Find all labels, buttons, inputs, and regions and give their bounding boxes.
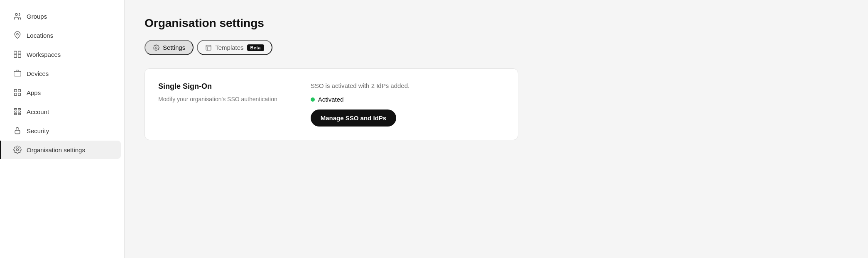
locations-icon	[13, 31, 22, 39]
sidebar-item-groups-label: Groups	[27, 13, 47, 20]
sso-card-left: Single Sign-On Modify your organisation'…	[158, 82, 277, 127]
svg-rect-2	[14, 71, 21, 76]
svg-rect-10	[18, 109, 21, 110]
svg-rect-3	[15, 90, 17, 92]
svg-point-0	[15, 13, 17, 15]
groups-icon	[13, 12, 22, 20]
sidebar-item-organisation-settings[interactable]: Organisation settings	[0, 141, 121, 159]
sidebar-item-devices-label: Devices	[27, 70, 49, 77]
tab-templates[interactable]: Templates Beta	[197, 40, 272, 55]
sso-card-title: Single Sign-On	[158, 82, 277, 91]
activated-label: Activated	[318, 96, 344, 103]
sidebar-item-security-label: Security	[27, 127, 49, 134]
svg-rect-4	[18, 90, 21, 92]
sidebar-item-organisation-settings-label: Organisation settings	[27, 146, 85, 153]
sso-status-text: SSO is activated with 2 IdPs added.	[311, 82, 409, 89]
sidebar-item-workspaces[interactable]: Workspaces	[3, 45, 121, 63]
svg-rect-7	[15, 109, 17, 110]
sidebar-item-devices[interactable]: Devices	[3, 64, 121, 83]
sidebar-item-account-label: Account	[27, 108, 49, 115]
svg-rect-8	[15, 111, 17, 112]
sidebar: Groups Locations Workspaces Devices Apps…	[0, 0, 125, 258]
sso-activated-row: Activated	[311, 96, 409, 103]
beta-badge: Beta	[247, 44, 264, 51]
sidebar-item-workspaces-label: Workspaces	[27, 51, 61, 58]
sidebar-item-apps-label: Apps	[27, 89, 41, 96]
svg-rect-13	[15, 130, 20, 134]
sidebar-item-groups[interactable]: Groups	[3, 7, 121, 25]
account-icon	[13, 107, 22, 116]
tab-settings[interactable]: Settings	[145, 40, 194, 55]
tabs-container: Settings Templates Beta	[145, 40, 848, 55]
svg-rect-5	[15, 93, 17, 96]
svg-rect-12	[18, 113, 21, 114]
activated-dot	[311, 97, 315, 102]
sso-card-right: SSO is activated with 2 IdPs added. Acti…	[311, 82, 409, 127]
security-icon	[13, 127, 22, 135]
apps-icon	[13, 88, 22, 97]
sidebar-item-security[interactable]: Security	[3, 122, 121, 140]
svg-rect-9	[15, 113, 17, 114]
tab-settings-label: Settings	[163, 44, 185, 51]
sso-card-description: Modify your organisation's SSO authentic…	[158, 95, 277, 104]
devices-icon	[13, 69, 22, 78]
sidebar-item-apps[interactable]: Apps	[3, 83, 121, 102]
org-settings-icon	[13, 146, 22, 154]
templates-tab-icon	[205, 44, 212, 51]
sidebar-item-account[interactable]: Account	[3, 102, 121, 121]
svg-rect-11	[18, 111, 21, 112]
settings-tab-icon	[153, 44, 159, 51]
manage-sso-button[interactable]: Manage SSO and IdPs	[311, 110, 396, 127]
sso-card: Single Sign-On Modify your organisation'…	[145, 68, 518, 140]
svg-rect-14	[206, 45, 211, 50]
svg-rect-6	[18, 93, 21, 96]
page-title: Organisation settings	[145, 17, 848, 30]
main-content: Organisation settings Settings Templates…	[125, 0, 868, 258]
sidebar-item-locations[interactable]: Locations	[3, 26, 121, 44]
workspaces-icon	[13, 50, 22, 58]
tab-templates-label: Templates	[215, 44, 243, 51]
sidebar-item-locations-label: Locations	[27, 32, 53, 39]
svg-point-1	[17, 33, 18, 35]
